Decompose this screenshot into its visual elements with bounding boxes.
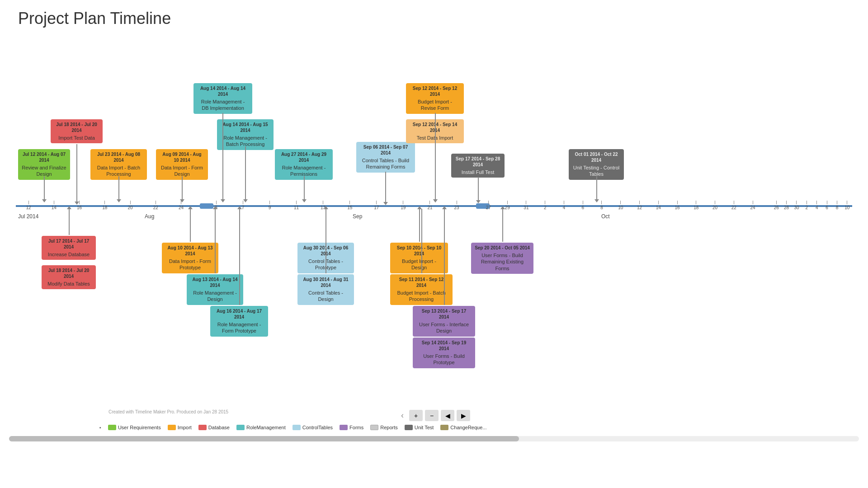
legend: ▪ User Requirements Import Database Role… bbox=[99, 425, 859, 430]
task-role-mgmt-design[interactable]: Aug 13 2014 - Aug 14 2014 Role Managemen… bbox=[187, 274, 243, 305]
created-text: Created with Timeline Maker Pro. Produce… bbox=[108, 409, 228, 414]
bottom-controls: ‹ + − ◀ ▶ bbox=[398, 410, 470, 421]
month-aug: Aug bbox=[145, 213, 154, 220]
legend-database: Database bbox=[198, 425, 230, 430]
legend-unit-test: Unit Test bbox=[405, 425, 434, 430]
task-user-forms-remaining[interactable]: Sep 20 2014 - Oct 05 2014 User Forms - B… bbox=[471, 243, 533, 274]
zoom-in-button[interactable]: + bbox=[409, 410, 423, 421]
legend-reports: Reports bbox=[370, 425, 398, 430]
task-control-tables-build[interactable]: Sep 06 2014 - Sep 07 2014 Control Tables… bbox=[356, 142, 415, 173]
task-data-import-batch-above[interactable]: Jul 23 2014 - Aug 08 2014 Data Import - … bbox=[90, 149, 147, 180]
task-data-import-form-proto[interactable]: Aug 10 2014 - Aug 13 2014 Data Import - … bbox=[162, 243, 218, 273]
page-title: Project Plan Timeline bbox=[18, 9, 859, 28]
legend-role-management: RoleManagement bbox=[236, 425, 286, 430]
timeline-container: 12 14 16 18 20 22 24 5 7 9 11 13 15 17 1… bbox=[9, 37, 859, 444]
legend-change-request: ChangeReque... bbox=[440, 425, 486, 430]
legend-import: Import bbox=[168, 425, 192, 430]
task-review-finalize[interactable]: Jul 12 2014 - Aug 07 2014 Review and Fin… bbox=[18, 149, 70, 180]
task-role-mgmt-batch[interactable]: Aug 14 2014 - Aug 15 2014 Role Managemen… bbox=[217, 119, 274, 150]
next-button[interactable]: ▶ bbox=[457, 410, 470, 421]
month-sep: Sep bbox=[353, 213, 362, 220]
task-budget-import-batch[interactable]: Sep 11 2014 - Sep 12 2014 Budget Import … bbox=[390, 274, 453, 305]
prev-button[interactable]: ◀ bbox=[441, 410, 454, 421]
task-role-mgmt-perms[interactable]: Aug 27 2014 - Aug 29 2014 Role Managemen… bbox=[275, 149, 333, 180]
task-increase-database[interactable]: Jul 17 2014 - Jul 17 2014 Increase Datab… bbox=[42, 236, 96, 260]
task-data-import-form-design-above[interactable]: Aug 09 2014 - Aug 10 2014 Data Import - … bbox=[156, 149, 208, 180]
task-user-forms-build-proto[interactable]: Sep 14 2014 - Sep 19 2014 User Forms - B… bbox=[413, 338, 475, 368]
legend-control-tables: ControlTables bbox=[292, 425, 333, 430]
task-install-full-test[interactable]: Sep 17 2014 - Sep 28 2014 Install Full T… bbox=[451, 154, 505, 178]
task-role-mgmt-form-proto[interactable]: Aug 16 2014 - Aug 17 2014 Role Managemen… bbox=[210, 306, 268, 337]
task-unit-testing-control[interactable]: Oct 01 2014 - Oct 22 2014 Unit Testing -… bbox=[569, 149, 624, 180]
task-modify-data-tables[interactable]: Jul 18 2014 - Jul 20 2014 Modify Data Ta… bbox=[42, 265, 96, 289]
horizontal-scrollbar[interactable] bbox=[9, 436, 859, 441]
page: Project Plan Timeline 12 14 16 18 20 22 … bbox=[0, 0, 868, 488]
legend-forms: Forms bbox=[340, 425, 363, 430]
task-role-mgmt-db[interactable]: Aug 14 2014 - Aug 14 2014 Role Managemen… bbox=[193, 83, 252, 114]
task-control-tables-design[interactable]: Aug 30 2014 - Aug 31 2014 Control Tables… bbox=[297, 274, 354, 305]
task-user-forms-interface[interactable]: Sep 13 2014 - Sep 17 2014 User Forms - I… bbox=[413, 306, 475, 337]
zoom-out-button[interactable]: − bbox=[425, 410, 439, 421]
task-import-test-data[interactable]: Jul 18 2014 - Jul 20 2014 Import Test Da… bbox=[51, 119, 103, 143]
month-oct: Oct bbox=[601, 213, 610, 220]
scroll-left-arrow[interactable]: ‹ bbox=[398, 410, 407, 421]
month-jul: Jul 2014 bbox=[18, 213, 38, 220]
task-budget-import-design[interactable]: Sep 10 2014 - Sep 10 2014 Budget Import … bbox=[390, 243, 448, 273]
scrollbar-thumb[interactable] bbox=[9, 436, 519, 441]
task-budget-import-revise[interactable]: Sep 12 2014 - Sep 12 2014 Budget Import … bbox=[406, 83, 464, 114]
legend-user-requirements: User Requirements bbox=[108, 425, 161, 430]
